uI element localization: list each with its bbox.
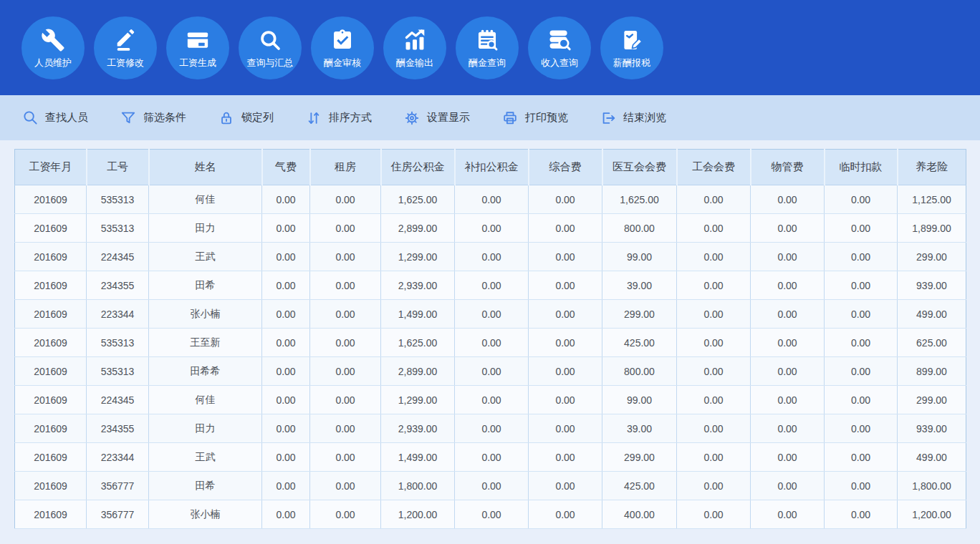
- table-row[interactable]: 201609223344王武0.000.001,499.000.000.0029…: [15, 443, 966, 472]
- nav-button-personnel-maintain[interactable]: 人员维护: [21, 16, 85, 79]
- table-cell: 0.00: [529, 500, 602, 529]
- table-cell: 0.00: [262, 443, 310, 472]
- table-cell: 201609: [15, 414, 87, 443]
- table-cell: 535313: [87, 329, 149, 357]
- table-cell: 田希: [149, 472, 262, 500]
- table-row[interactable]: 201609223344张小楠0.000.001,499.000.000.002…: [15, 300, 966, 329]
- table-cell: 0.00: [825, 300, 898, 329]
- table-cell: 1,200.00: [898, 500, 966, 529]
- table-cell: 0.00: [262, 414, 310, 443]
- nav-label: 工资生成: [179, 57, 216, 69]
- table-cell: 356777: [87, 500, 149, 529]
- column-header-rent[interactable]: 租房: [310, 150, 381, 185]
- column-header-temp-deduction[interactable]: 临时扣款: [825, 150, 898, 185]
- table-cell: 499.00: [898, 300, 966, 329]
- nav-button-pay-query[interactable]: 酬金查询: [456, 16, 519, 79]
- table-cell: 1,125.00: [898, 185, 966, 214]
- table-cell: 2,939.00: [381, 271, 455, 300]
- table-cell: 1,800.00: [898, 472, 966, 500]
- table-cell: 0.00: [455, 472, 529, 500]
- toolbar-print-preview[interactable]: 打印预览: [501, 110, 568, 127]
- toolbar-filter-criteria[interactable]: 筛选条件: [120, 110, 186, 127]
- column-header-medical-mutual-fee[interactable]: 医互会会费: [602, 150, 677, 185]
- table-header-row: 工资年月 工号 姓名 气费 租房 住房公积金 补扣公积金 综合费 医互会会费 工…: [15, 150, 966, 185]
- table-cell: 0.00: [751, 386, 825, 414]
- search-icon: [21, 110, 39, 127]
- column-header-employee-id[interactable]: 工号: [87, 150, 149, 185]
- table-cell: 2,899.00: [381, 214, 455, 243]
- table-cell: 0.00: [262, 329, 310, 357]
- table-cell: 0.00: [262, 300, 310, 329]
- nav-button-income-query[interactable]: 收入查询: [528, 16, 591, 79]
- table-cell: 0.00: [529, 185, 602, 214]
- table-cell: 201609: [15, 500, 87, 529]
- table-cell: 0.00: [455, 271, 529, 300]
- table-cell: 0.00: [825, 443, 898, 472]
- column-header-comprehensive-fee[interactable]: 综合费: [529, 150, 602, 185]
- payroll-grid-container: 工资年月 工号 姓名 气费 租房 住房公积金 补扣公积金 综合费 医互会会费 工…: [0, 140, 980, 529]
- column-header-property-fee[interactable]: 物管费: [751, 150, 825, 185]
- gear-icon: [403, 110, 421, 127]
- table-row[interactable]: 201609224345王武0.000.001,299.000.000.0099…: [15, 243, 966, 271]
- column-header-gas-fee[interactable]: 气费: [262, 150, 310, 185]
- table-row[interactable]: 201609234355田希0.000.002,939.000.000.0039…: [15, 271, 966, 300]
- printer-icon: [501, 110, 519, 127]
- table-cell: 0.00: [677, 271, 751, 300]
- toolbar: 查找人员 筛选条件 锁定列 排序方式 设置显示 打印预览 结束浏: [0, 95, 980, 140]
- table-cell: 田希: [149, 271, 262, 300]
- table-cell: 0.00: [751, 214, 825, 243]
- table-cell: 535313: [87, 185, 149, 214]
- table-row[interactable]: 201609356777田希0.000.001,800.000.000.0042…: [15, 472, 966, 500]
- table-cell: 0.00: [310, 300, 381, 329]
- table-cell: 939.00: [898, 271, 966, 300]
- table-cell: 0.00: [262, 500, 310, 529]
- nav-button-pay-audit[interactable]: 酬金审核: [311, 16, 374, 79]
- table-cell: 田力: [149, 414, 262, 443]
- table-cell: 201609: [15, 472, 87, 500]
- table-cell: 356777: [87, 472, 149, 500]
- table-cell: 2,939.00: [381, 414, 455, 443]
- column-header-pension[interactable]: 养老险: [898, 150, 966, 185]
- column-header-union-fee[interactable]: 工会会费: [677, 150, 751, 185]
- nav-button-salary-edit[interactable]: 工资修改: [94, 16, 157, 79]
- table-cell: 224345: [87, 386, 149, 414]
- column-header-housing-fund[interactable]: 住房公积金: [381, 150, 455, 185]
- table-row[interactable]: 201609535313田力0.000.002,899.000.000.0080…: [15, 214, 966, 243]
- toolbar-end-browse[interactable]: 结束浏览: [600, 110, 666, 127]
- nav-label: 薪酬报税: [613, 57, 650, 69]
- table-cell: 234355: [87, 414, 149, 443]
- column-header-salary-month[interactable]: 工资年月: [15, 150, 87, 185]
- table-cell: 1,299.00: [381, 243, 455, 271]
- table-row[interactable]: 201609535313田希希0.000.002,899.000.000.008…: [15, 357, 966, 386]
- table-row[interactable]: 201609535313王至新0.000.001,625.000.000.004…: [15, 329, 966, 357]
- table-cell: 899.00: [898, 357, 966, 386]
- toolbar-label: 查找人员: [45, 111, 88, 125]
- toolbar-lock-column[interactable]: 锁定列: [218, 110, 274, 127]
- table-cell: 201609: [15, 300, 87, 329]
- table-cell: 0.00: [751, 271, 825, 300]
- nav-button-salary-generate[interactable]: 工资生成: [166, 16, 229, 79]
- table-row[interactable]: 201609234355田力0.000.002,939.000.000.0039…: [15, 414, 966, 443]
- table-cell: 0.00: [262, 243, 310, 271]
- column-header-supplement-fund[interactable]: 补扣公积金: [455, 150, 529, 185]
- table-row[interactable]: 201609356777张小楠0.000.001,200.000.000.004…: [15, 500, 966, 529]
- nav-button-pay-output[interactable]: 酬金输出: [383, 16, 446, 79]
- table-row[interactable]: 201609535313何佳0.000.001,625.000.000.001,…: [15, 185, 966, 214]
- table-row[interactable]: 201609224345何佳0.000.001,299.000.000.0099…: [15, 386, 966, 414]
- nav-button-query-summary[interactable]: 查询与汇总: [239, 16, 302, 79]
- toolbar-display-settings[interactable]: 设置显示: [403, 110, 470, 127]
- table-cell: 王至新: [149, 329, 262, 357]
- table-cell: 99.00: [602, 243, 677, 271]
- table-cell: 223344: [87, 300, 149, 329]
- table-cell: 1,200.00: [381, 500, 455, 529]
- nav-button-payroll-tax[interactable]: 薪酬报税: [600, 16, 663, 79]
- nav-label: 酬金审核: [324, 57, 361, 69]
- table-cell: 0.00: [677, 214, 751, 243]
- table-cell: 0.00: [751, 329, 825, 357]
- toolbar-sort-order[interactable]: 排序方式: [305, 110, 372, 127]
- column-header-name[interactable]: 姓名: [149, 150, 262, 185]
- table-cell: 0.00: [677, 472, 751, 500]
- table-cell: 张小楠: [149, 300, 262, 329]
- credit-card-icon: [185, 26, 211, 54]
- toolbar-find-person[interactable]: 查找人员: [21, 110, 88, 127]
